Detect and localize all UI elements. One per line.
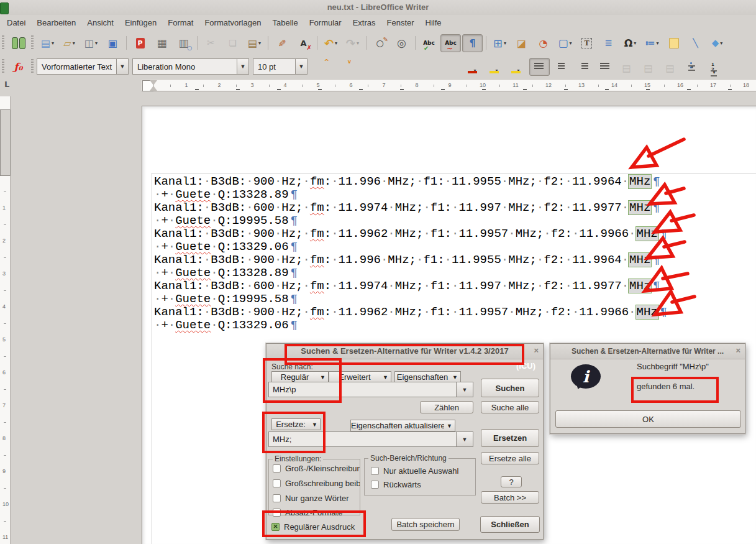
document-text[interactable]: Kanal1:·B3dB:·900·Hz;·fm:·11.996·MHz;·f1… — [154, 175, 756, 332]
settings-row[interactable]: Großschreibung beib — [273, 478, 360, 488]
search-button[interactable]: Suchen — [481, 379, 539, 397]
search-input[interactable]: MHz\p — [268, 382, 457, 397]
replace-mode-combobox[interactable]: Ersetze:▼ — [271, 418, 321, 430]
menu-format[interactable]: Format — [162, 15, 199, 30]
toolbar-grip[interactable] — [2, 35, 4, 50]
chevron-down-icon[interactable]: ▼ — [309, 422, 320, 428]
settings-row[interactable]: Absatz-Formate — [273, 507, 360, 517]
toolbar-grip[interactable] — [31, 59, 34, 74]
align-justify-button[interactable] — [594, 58, 615, 76]
close-icon[interactable]: × — [736, 346, 740, 355]
auto-spellcheck-button[interactable] — [440, 34, 461, 52]
chevron-down-icon[interactable]: ▼ — [237, 59, 248, 74]
menu-hilfe[interactable]: Hilfe — [420, 15, 447, 30]
chevron-down-icon[interactable]: ▼ — [450, 374, 460, 380]
menu-datei[interactable]: Datei — [1, 15, 31, 30]
toolbar-grip[interactable] — [31, 35, 34, 50]
horizontal-ruler[interactable]: 123456789101112131415161718 — [142, 79, 756, 91]
save-as-button[interactable]: ▾ — [81, 34, 101, 52]
settings-checkbox[interactable] — [273, 509, 281, 517]
tab-stop-selector[interactable]: L — [4, 80, 9, 89]
basic-shapes-button[interactable]: ▾ — [707, 34, 727, 52]
paragraph-style-combobox[interactable]: Vorformatierter Text ▼ — [37, 58, 129, 75]
strikethrough-button[interactable] — [442, 58, 463, 76]
menu-einfgen[interactable]: Einfügen — [119, 15, 162, 30]
dialog-title[interactable]: Suchen & Ersetzen-Alternative für Writer… — [266, 344, 543, 359]
dropdown-arrow-icon[interactable]: ▾ — [517, 68, 519, 73]
special-character-button[interactable]: ▾ — [620, 34, 640, 52]
close-icon[interactable]: × — [534, 346, 539, 355]
bold-button[interactable] — [355, 58, 376, 76]
navigator-button[interactable] — [391, 34, 412, 52]
undo-button[interactable]: ▾ — [321, 34, 341, 52]
chevron-down-icon[interactable]: ▼ — [380, 374, 391, 380]
dropdown-arrow-icon[interactable]: ▾ — [634, 40, 636, 46]
binoculars-icon[interactable] — [8, 34, 29, 52]
replace-button[interactable]: Ersetzen — [481, 429, 539, 447]
dropdown-arrow-icon[interactable]: ▾ — [258, 40, 261, 46]
replace-input[interactable]: MHz; — [268, 431, 457, 447]
insert-table-button[interactable]: ▾ — [490, 34, 510, 52]
insert-line-button[interactable] — [685, 34, 706, 52]
dropdown-arrow-icon[interactable]: ▾ — [656, 40, 658, 46]
batch-button[interactable]: Batch >> — [481, 491, 539, 504]
chevron-down-icon[interactable]: ▼ — [295, 59, 307, 74]
align-left-button[interactable] — [529, 58, 550, 76]
bullet-list-button[interactable]: ▾ — [681, 58, 702, 76]
numbered-list-button[interactable]: ▾ — [703, 58, 724, 76]
macro-f0-button[interactable] — [8, 58, 29, 76]
title-bar[interactable]: neu.txt - LibreOffice Writer — [0, 0, 756, 15]
menu-extras[interactable]: Extras — [347, 15, 381, 30]
dropdown-arrow-icon[interactable]: ▾ — [570, 40, 572, 46]
scope-row[interactable]: Rückwärts — [371, 479, 473, 489]
dropdown-arrow-icon[interactable]: ▾ — [495, 68, 498, 73]
dropdown-arrow-icon[interactable]: ▾ — [335, 40, 337, 46]
replace-all-button[interactable]: Ersetze alle — [481, 452, 539, 464]
save-version-button[interactable] — [102, 34, 123, 52]
dropdown-arrow-icon[interactable]: ▾ — [73, 40, 75, 46]
formatting-marks-button[interactable] — [462, 34, 483, 52]
replace-history-dropdown[interactable]: ▼ — [456, 431, 473, 447]
chevron-down-icon[interactable]: ▼ — [317, 374, 328, 380]
chevron-down-icon[interactable]: ▼ — [116, 59, 128, 74]
settings-checkbox[interactable] — [273, 494, 281, 502]
dropdown-arrow-icon[interactable]: ▾ — [713, 70, 715, 75]
superscript-button[interactable] — [312, 58, 332, 76]
insert-text-box-button[interactable] — [576, 34, 597, 52]
regex-checkbox-row[interactable]: Regulärer Ausdruck — [271, 522, 365, 532]
dropdown-arrow-icon[interactable]: ▾ — [95, 40, 98, 46]
insert-chart-button[interactable] — [533, 34, 553, 52]
underline-button[interactable] — [399, 58, 419, 76]
export-pdf-button[interactable] — [130, 34, 150, 52]
insert-page-break-button[interactable] — [598, 34, 619, 52]
double-underline-button[interactable] — [421, 58, 441, 76]
open-button[interactable]: ▾ — [59, 34, 80, 52]
close-button[interactable]: Schließen — [480, 516, 540, 533]
dropdown-arrow-icon[interactable]: ▾ — [52, 40, 54, 46]
batch-save-button[interactable]: Batch speichern — [391, 518, 460, 531]
font-color-button[interactable]: ▾ — [464, 58, 485, 76]
font-name-combobox[interactable]: Liberation Mono ▼ — [132, 58, 249, 75]
dropdown-arrow-icon[interactable]: ▾ — [720, 40, 722, 46]
menu-fenster[interactable]: Fenster — [381, 15, 420, 30]
menu-formular[interactable]: Formular — [304, 15, 347, 30]
menu-bearbeiten[interactable]: Bearbeiten — [31, 15, 81, 30]
settings-row[interactable]: Groß-/Kleinschreibun — [273, 463, 360, 473]
insert-comment-button[interactable] — [663, 34, 684, 52]
scope-checkbox[interactable] — [371, 481, 379, 489]
insert-image-button[interactable] — [511, 34, 532, 52]
menu-formatvorlagen[interactable]: Formatvorlagen — [199, 15, 266, 30]
regex-checkbox[interactable] — [271, 523, 280, 531]
update-properties-combobox[interactable]: Eigenschaften aktualisieren▼ — [350, 420, 455, 431]
print-preview-button[interactable] — [173, 34, 194, 52]
search-all-button[interactable]: Suche alle — [481, 401, 539, 413]
dropdown-arrow-icon[interactable]: ▾ — [357, 40, 359, 46]
find-replace-button[interactable] — [370, 34, 390, 52]
info-dialog-title[interactable]: Suchen & Ersetzen-Alternative für Writer… — [550, 344, 745, 359]
settings-row[interactable]: Nur ganze Wörter — [273, 493, 360, 503]
vertical-ruler[interactable]: 1234567891011 — [0, 96, 11, 544]
menu-tabelle[interactable]: Tabelle — [266, 15, 303, 30]
dropdown-arrow-icon[interactable]: ▾ — [691, 64, 693, 70]
ok-button[interactable]: OK — [555, 410, 741, 428]
paste-button[interactable]: ▾ — [244, 34, 265, 52]
